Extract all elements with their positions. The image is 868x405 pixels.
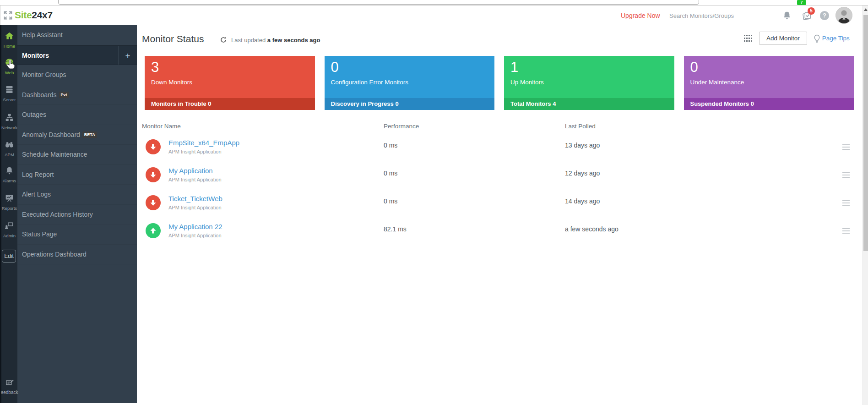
bell-icon[interactable] [782,11,792,21]
upgrade-now-link[interactable]: Upgrade Now [621,12,660,19]
scrollbar-thumb[interactable] [863,15,868,251]
card-label: Down Monitors [151,79,309,86]
performance-value: 0 ms [384,142,397,149]
refresh-icon[interactable] [220,36,227,44]
rail-item-feedback[interactable]: Feedback [1,378,17,395]
row-menu-icon[interactable] [842,200,850,206]
vertical-scrollbar[interactable] [863,5,868,405]
sidebar-item-schedule-maintenance[interactable]: Schedule Maintenance [17,145,137,165]
sidebar-item-label: Executed Actions History [22,211,93,218]
sidebar-item-status-page[interactable]: Status Page [17,224,137,245]
user-avatar[interactable] [835,7,852,24]
rail-label: Web [1,70,17,75]
rail-item-home[interactable]: Home [1,31,17,49]
footer-value: 4 [553,100,556,107]
row-menu-icon[interactable] [842,172,850,178]
web-sidebar: Help Assistant Monitors + Monitor Groups… [17,25,137,403]
performance-value: 0 ms [384,197,397,205]
monitor-type: APM Insight Application [168,233,222,238]
table-row: Ticket_TicketWeb APM Insight Application… [142,191,856,219]
browser-extension-badge: 7 [797,0,806,5]
add-monitor-button[interactable]: Add Monitor [759,32,807,45]
monitor-type: APM Insight Application [168,205,222,210]
down-count: 3 [151,59,309,76]
card-configuration-error-monitors[interactable]: 0 Configuration Error Monitors Discovery… [325,56,495,110]
bulb-icon [814,34,820,43]
card-footer-suspended-monitors[interactable]: Suspended Monitors 0 [684,98,854,110]
add-monitor-plus-icon[interactable]: + [118,46,137,65]
card-down-monitors[interactable]: 3 Down Monitors Monitors in Trouble 0 [145,56,315,110]
monitor-link[interactable]: Ticket_TicketWeb [168,195,222,202]
page-title: Monitor Status [142,33,204,44]
sidebar-item-outages[interactable]: Outages [17,105,137,125]
row-menu-icon[interactable] [842,144,850,150]
rail-item-reports[interactable]: Reports [1,193,17,211]
up-count: 1 [510,59,668,76]
feedback-icon [5,378,14,387]
search-monitors-input[interactable]: Search Monitors/Groups [669,12,734,19]
network-icon [5,113,14,122]
rail-item-apm[interactable]: APM [1,140,17,157]
status-down-icon [146,195,161,210]
sidebar-item-label: Schedule Maintenance [22,151,87,158]
sidebar-item-executed-actions-history[interactable]: Executed Actions History [17,205,137,225]
beta-badge: BETA [82,131,97,138]
home-icon [5,31,14,41]
sidebar-item-label: Log Report [22,171,54,178]
monitor-link[interactable]: My Application 22 [168,223,222,230]
sidebar-item-log-report[interactable]: Log Report [17,165,137,185]
card-footer-total-monitors[interactable]: Total Monitors 4 [504,98,674,110]
sidebar-item-dashboards[interactable]: DashboardsPvt [17,85,137,105]
monitor-link[interactable]: My Application [168,167,213,175]
notification-count-badge: 5 [808,7,815,15]
sidebar-item-alert-logs[interactable]: Alert Logs [17,185,137,205]
monitor-link[interactable]: EmpSite_x64_EmpApp [168,139,239,147]
page-tips-label: Page Tips [822,35,850,42]
last-polled-value: 14 days ago [565,197,600,205]
sidebar-item-anomaly-dashboard[interactable]: Anomaly DashboardBETA [17,125,137,145]
table-row: My Application APM Insight Application 0… [142,163,856,191]
card-under-maintenance[interactable]: 0 Under Maintenance Suspended Monitors 0 [684,56,854,110]
report-board-icon [5,193,14,203]
rail-item-network[interactable]: Network [1,113,17,130]
status-cards: 3 Down Monitors Monitors in Trouble 0 0 … [145,56,854,110]
logo-prefix: Site [15,10,32,20]
pvt-badge: Pvt [59,92,69,98]
help-icon[interactable]: ? [820,11,829,20]
column-performance: Performance [384,123,419,130]
admin-icon [5,221,14,230]
rail-label: Home [1,44,17,49]
card-up-monitors[interactable]: 1 Up Monitors Total Monitors 4 [504,56,674,110]
rail-item-alarms[interactable]: Alarms [1,166,17,183]
alarm-bell-icon [5,166,14,175]
table-row: My Application 22 APM Insight Applicatio… [142,219,856,246]
row-menu-icon[interactable] [842,228,850,234]
edit-button[interactable]: Edit [2,250,16,263]
rail-label: APM [1,152,17,157]
last-updated-text: Last updated a few seconds ago [231,37,320,44]
notifications-icon[interactable]: 5 [802,11,812,21]
rail-label: Server [1,97,17,102]
footer-value: 0 [395,100,398,107]
rail-item-admin[interactable]: Admin [1,221,17,238]
apps-grid-icon[interactable] [744,35,753,42]
site24x7-logo[interactable]: Site24x7 [15,10,53,21]
performance-value: 0 ms [384,170,397,177]
sidebar-item-monitor-groups[interactable]: Monitor Groups [17,65,137,85]
footer-label: Monitors in Trouble [151,100,206,107]
card-label: Under Maintenance [690,79,848,86]
binoculars-icon [5,140,14,149]
browser-address-bar[interactable] [58,0,699,5]
sidebar-item-help-assistant[interactable]: Help Assistant [17,25,137,45]
card-footer-monitors-in-trouble[interactable]: Monitors in Trouble 0 [145,98,315,110]
card-footer-discovery-in-progress[interactable]: Discovery in Progress 0 [325,98,495,110]
scroll-up-arrow[interactable] [864,8,868,11]
rail-label: Reports [1,206,17,211]
config-error-count: 0 [331,59,488,76]
sidebar-item-monitors[interactable]: Monitors + [17,45,137,66]
rail-item-server[interactable]: Server [1,85,17,102]
sidebar-item-operations-dashboard[interactable]: Operations Dashboard [17,245,137,265]
monitor-type: APM Insight Application [168,177,222,182]
page-tips-link[interactable]: Page Tips [814,34,850,43]
expand-icon[interactable] [3,11,13,20]
